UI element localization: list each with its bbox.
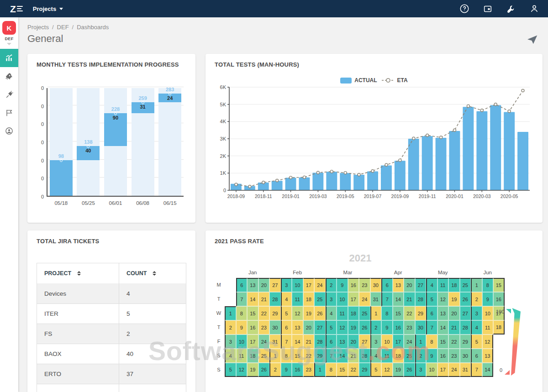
heatmap-cell[interactable]: 16 [393,320,404,335]
heatmap-cell[interactable]: 1 [269,349,281,363]
heatmap-cell[interactable]: 13 [337,335,348,349]
heatmap-cell[interactable]: 10 [482,306,494,320]
heatmap-cell[interactable]: 31 [370,292,382,306]
legend-actual[interactable]: ACTUAL [340,77,377,84]
heatmap-cell[interactable]: 7 [471,363,482,377]
heatmap-cell[interactable]: 28 [314,335,326,349]
heatmap-cell[interactable]: 11 [482,320,494,335]
heatmap-cell[interactable]: 17 [247,335,258,349]
heatmap-cell[interactable]: 16 [348,278,359,292]
heatmap-cell[interactable]: 28 [460,320,471,335]
heatmap-cell[interactable]: 23 [448,349,460,363]
heatmap-cell[interactable]: 25 [404,349,415,363]
heatmap-cell[interactable]: 14 [292,335,303,349]
heatmap-cell[interactable]: 5 [225,363,236,377]
heatmap-cell[interactable]: 8 [381,306,393,320]
heatmap-cell[interactable]: 18 [303,292,315,306]
heatmap-cell[interactable]: 29 [269,306,281,320]
heatmap-cell[interactable]: 18 [247,349,258,363]
heatmap-cell[interactable]: 27 [359,335,370,349]
heatmap-cell[interactable]: 18 [348,306,359,320]
heatmap-cell[interactable]: 30 [269,320,281,335]
heatmap-cell[interactable]: 22 [404,306,415,320]
heatmap-cell[interactable]: 5 [471,335,482,349]
heatmap-cell[interactable]: 14 [337,349,348,363]
sort-count-button[interactable]: COUNT [126,270,156,277]
heatmap-cell[interactable]: 19 [448,292,460,306]
heatmap-cell[interactable]: 19 [247,363,258,377]
heatmap-cell[interactable]: 21 [348,349,359,363]
heatmap-cell[interactable]: 18 [448,278,460,292]
heatmap-cell[interactable]: 9 [381,320,393,335]
heatmap-cell[interactable]: 28 [359,349,370,363]
heatmap-cell[interactable]: 11 [437,278,449,292]
heatmap-cell[interactable]: 25 [314,292,326,306]
heatmap-cell[interactable]: 21 [303,335,315,349]
settings-button[interactable] [506,3,516,14]
heatmap-cell[interactable]: 12 [292,306,303,320]
heatmap-cell[interactable]: 6 [281,320,292,335]
heatmap-cell[interactable]: 22 [448,335,460,349]
heatmap-cell[interactable]: 21 [258,292,270,306]
heatmap-cell[interactable]: 29 [359,363,370,377]
heatmap-cell[interactable]: 14 [247,292,258,306]
heatmap-cell[interactable]: 5 [370,363,382,377]
heatmap-cell[interactable]: 16 [247,320,258,335]
actual-bar-segment[interactable] [50,160,73,196]
heatmap-cell[interactable]: 25 [359,306,370,320]
heatmap-cell[interactable]: 11 [236,349,248,363]
heatmap-cell[interactable]: 10 [426,363,437,377]
heatmap-cell[interactable]: 23 [303,363,315,377]
heatmap-cell[interactable]: 3 [471,306,482,320]
heatmap-cell[interactable]: 17 [393,335,404,349]
heatmap-cell[interactable]: 7 [236,292,248,306]
heatmap-cell[interactable]: 27 [415,278,427,292]
breadcrumb-def[interactable]: DEF [57,24,69,31]
heatmap-cell[interactable]: 1 [471,278,482,292]
profile-button[interactable] [529,3,540,14]
heatmap-cell[interactable]: 6 [236,278,248,292]
heatmap-cell[interactable]: 4 [426,278,437,292]
sidebar-item-integrations[interactable] [0,85,18,104]
help-button[interactable] [459,3,470,14]
heatmap-cell[interactable]: 4 [471,320,482,335]
heatmap-cell[interactable]: 21 [448,320,460,335]
project-tile[interactable]: K [2,21,16,35]
heatmap-cell[interactable]: 1 [314,363,326,377]
heatmap-cell[interactable]: 7 [426,320,437,335]
heatmap-cell[interactable]: 13 [437,306,449,320]
heatmap-cell[interactable]: 26 [258,363,270,377]
heatmap-cell[interactable]: 13 [393,278,404,292]
heatmap-cell[interactable]: 9 [236,320,248,335]
heatmap-cell[interactable]: 15 [393,306,404,320]
heatmap-cell[interactable]: 24 [359,292,370,306]
heatmap-cell[interactable]: 6 [326,335,337,349]
heatmap-cell[interactable]: 2 [471,292,482,306]
sidebar-item-launches[interactable] [0,67,18,85]
heatmap-cell[interactable]: 12 [482,335,494,349]
sort-project-button[interactable]: PROJECT [44,270,81,277]
heatmap-cell[interactable]: 31 [269,335,281,349]
heatmap-cell[interactable]: 22 [303,349,315,363]
heatmap-cell[interactable]: 20 [348,335,359,349]
project-chevron-down-icon[interactable] [7,43,11,45]
heatmap-cell[interactable]: 6 [426,306,437,320]
heatmap-cell[interactable]: 20 [303,320,315,335]
heatmap-cell[interactable]: 22 [258,306,270,320]
heatmap-cell[interactable]: 9 [426,349,437,363]
heatmap-cell[interactable]: 13 [247,278,258,292]
heatmap-cell[interactable]: 2 [415,349,427,363]
heatmap-cell[interactable]: 15 [247,306,258,320]
heatmap-cell[interactable]: 7 [326,349,337,363]
heatmap-cell[interactable]: 3 [370,335,382,349]
heatmap-cell[interactable]: 17 [348,292,359,306]
heatmap-cell[interactable]: 22 [348,363,359,377]
heatmap-cell[interactable]: 1 [225,306,236,320]
heatmap-cell[interactable]: 10 [337,292,348,306]
legend-eta[interactable]: ETA [382,77,408,84]
heatmap-cell[interactable]: 4 [225,349,236,363]
heatmap-cell[interactable]: 13 [292,320,303,335]
heatmap-cell[interactable]: 14 [393,292,404,306]
sidebar-item-users[interactable] [0,122,18,140]
heatmap-cell[interactable]: 29 [415,306,427,320]
